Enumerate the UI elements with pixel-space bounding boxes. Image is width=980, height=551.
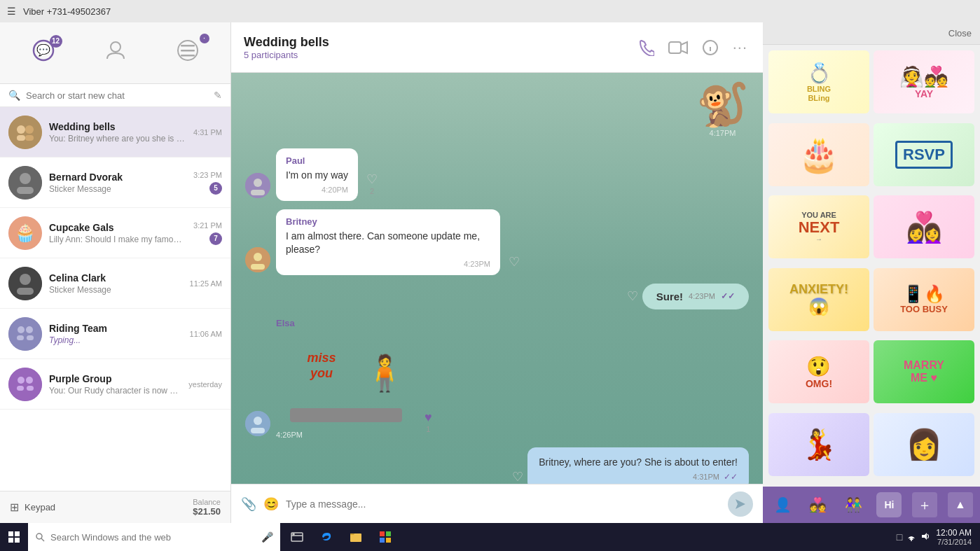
tab-contacts[interactable]: [91, 32, 140, 74]
messages-area[interactable]: 🐒 4:17PM Paul I'm on my way: [231, 73, 763, 484]
tab-messages[interactable]: 💬 12: [19, 32, 68, 74]
message-input-bar: 📎 😊: [231, 484, 763, 523]
call-button[interactable]: [635, 36, 657, 59]
miss-you-sticker: missyou 🧍: [276, 331, 416, 429]
sticker-bar-btn-2[interactable]: 💑: [806, 492, 831, 517]
notifications-icon[interactable]: □: [897, 531, 902, 543]
msg-row-paul: Paul I'm on my way 4:20PM ♡ 2: [245, 148, 749, 201]
taskbar-app-edge[interactable]: [312, 523, 340, 551]
msg-time-elsa: 4:26PM: [276, 431, 416, 439]
sticker-yay[interactable]: 👰💑 YAY: [874, 50, 974, 113]
stickers-close-button[interactable]: Close: [948, 28, 972, 39]
main-layout: 💬 12: [0, 22, 980, 523]
svg-point-2: [111, 42, 120, 52]
sticker-dance[interactable]: 💃: [768, 413, 869, 476]
avatar-paul: [245, 173, 270, 198]
chat-item-wedding-bells[interactable]: Wedding bells You: Britney where are you…: [0, 107, 230, 158]
menu-icon[interactable]: ☰: [7, 6, 16, 17]
chat-meta-cupcake: 3:21 PM 7: [193, 221, 222, 245]
network-icon[interactable]: [906, 531, 916, 543]
sticker-rsvp[interactable]: RSVP: [874, 123, 974, 186]
chat-header: Wedding bells 5 participants: [231, 22, 763, 73]
svg-rect-24: [27, 335, 34, 340]
chat-item-cupcake[interactable]: 🧁 Cupcake Gals Lilly Ann: Should I make …: [0, 208, 230, 258]
delivered-icon-sure: ✓✓: [721, 291, 735, 301]
like-icon-elsa[interactable]: ♥: [425, 410, 432, 425]
chat-info-wedding-bells: Wedding bells You: Britney where are you…: [49, 121, 186, 144]
sticker-bling[interactable]: 💍 BLINGBLing: [768, 50, 869, 113]
svg-point-49: [36, 533, 42, 539]
taskbar-app-explorer[interactable]: [342, 523, 370, 551]
svg-point-7: [8, 116, 42, 149]
sticker-cake[interactable]: 🎂: [768, 123, 869, 186]
msg-bubble-sure: Sure! 4:23PM ✓✓: [642, 284, 749, 309]
new-chat-icon[interactable]: ✎: [214, 90, 222, 101]
like-icon-paul[interactable]: ♡: [366, 172, 378, 187]
msg-bubble-paul: Paul I'm on my way 4:20PM: [276, 148, 358, 201]
sticker-bar-btn-1[interactable]: 👤: [770, 492, 795, 517]
svg-point-22: [26, 326, 33, 333]
chat-header-actions: ···: [635, 36, 750, 60]
chat-item-celina[interactable]: Celina Clark Sticker Message 11:25 AM: [0, 258, 230, 309]
chat-item-riding[interactable]: Riding Team Typing... 11:06 AM: [0, 309, 230, 359]
volume-icon[interactable]: [920, 531, 930, 543]
chat-time-wedding-bells: 4:31 PM: [193, 128, 222, 137]
msg-sticker-monkey: 🐒 4:17PM: [245, 84, 749, 137]
sticker-marry-me[interactable]: MARRY ME ♥: [874, 340, 974, 403]
like-icon-britney[interactable]: ♡: [509, 254, 520, 270]
more-options-button[interactable]: ···: [730, 36, 750, 60]
emoji-icon[interactable]: 😊: [263, 496, 279, 512]
attachment-icon[interactable]: 📎: [241, 496, 256, 512]
svg-rect-40: [251, 264, 265, 270]
windows-taskbar: 🎤: [0, 523, 980, 551]
chat-time-purple: yesterday: [188, 380, 222, 389]
svg-rect-46: [15, 531, 20, 536]
avatar-bernard: [8, 166, 42, 200]
sticker-omg[interactable]: 😲 OMG!: [768, 340, 869, 403]
tab-more[interactable]: ·: [163, 32, 212, 74]
like-icon-sure[interactable]: ♡: [627, 288, 638, 304]
sticker-bar-add-button[interactable]: ＋: [912, 492, 937, 517]
message-input[interactable]: [286, 498, 721, 510]
sidebar: 💬 12: [0, 22, 231, 523]
svg-point-53: [293, 533, 294, 535]
msg-row-elsa: Elsa missyou 🧍: [245, 318, 749, 439]
taskbar-app-store[interactable]: [371, 523, 399, 551]
chat-time-bernard: 3:23 PM: [193, 171, 222, 179]
microphone-icon[interactable]: 🎤: [261, 531, 273, 543]
search-input[interactable]: [26, 90, 208, 101]
chat-name-riding: Riding Team: [49, 323, 183, 334]
sticker-unknown[interactable]: 👩: [874, 413, 974, 476]
taskbar-search-input[interactable]: [50, 532, 256, 543]
info-button[interactable]: [699, 36, 722, 59]
svg-point-18: [20, 274, 31, 285]
sticker-bar-btn-hi[interactable]: Hi: [876, 492, 902, 517]
sticker-bar-btn-3[interactable]: 👫: [841, 492, 867, 517]
sticker-bar-scroll-up[interactable]: ▲: [948, 492, 973, 517]
sticker-too-busy[interactable]: 📱🔥 TOO BUSY: [874, 268, 974, 331]
keypad-left[interactable]: ⊞ Keypad: [10, 501, 55, 514]
messages-badge: 12: [50, 35, 62, 48]
sticker-girls[interactable]: 👩‍❤️‍👩: [874, 195, 974, 258]
chat-item-bernard[interactable]: Bernard Dvorak Sticker Message 3:23 PM 5: [0, 158, 230, 208]
chat-list: Wedding bells You: Britney where are you…: [0, 107, 230, 491]
send-button[interactable]: [728, 491, 753, 517]
sticker-anxiety[interactable]: ANXIETY! 😱: [768, 268, 869, 331]
chat-header-info: Wedding bells 5 participants: [244, 35, 626, 60]
stickers-bottom-bar: 👤 💑 👫 Hi ＋ ▲: [763, 487, 980, 523]
taskbar-date: 7/31/2014: [936, 538, 972, 546]
svg-rect-45: [8, 531, 13, 536]
start-button[interactable]: [0, 523, 28, 551]
more-badge: ·: [200, 34, 209, 43]
video-call-button[interactable]: [665, 36, 691, 59]
sticker-you-are-next[interactable]: YOU ARE NEXT →: [768, 195, 869, 258]
chat-preview-riding: Typing...: [49, 335, 183, 345]
chat-item-purple[interactable]: Purple Group You: Our Rudy character is …: [0, 359, 230, 410]
taskbar-app-browser[interactable]: [283, 523, 311, 551]
msg-bubble-final: Britney, where are you? She is about to …: [527, 447, 749, 484]
like-icon-final[interactable]: ♡: [512, 469, 523, 484]
svg-rect-48: [15, 538, 20, 543]
taskbar-clock[interactable]: 12:00 AM 7/31/2014: [936, 528, 972, 546]
svg-rect-37: [251, 190, 265, 195]
avatar-riding: [8, 317, 42, 351]
